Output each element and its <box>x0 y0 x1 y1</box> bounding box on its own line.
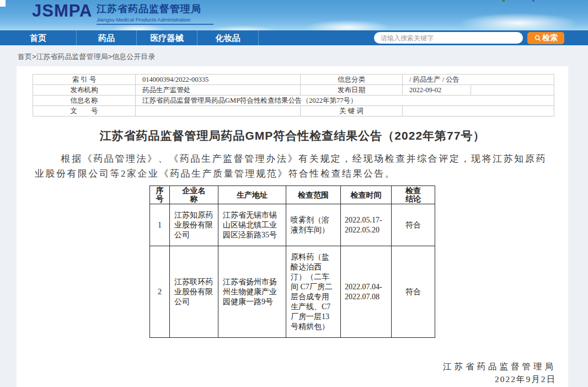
agency-name-cn: 江苏省药品监督管理局 <box>97 2 213 15</box>
search-icon <box>534 34 542 42</box>
meta-agency-label: 发布机构 <box>33 85 136 96</box>
meta-keyword-label: 关 键 词 <box>301 106 403 116</box>
col-header-company: 企业名 称 <box>170 186 218 204</box>
table-row: 1 江苏知原药业股份有限公司 江苏省无锡市锡山区锡北镇工业园区泾新路35号 喷雾… <box>150 204 435 246</box>
row1-conclusion: 符合 <box>392 204 435 246</box>
signature-date: 2022年9月2日 <box>443 373 556 385</box>
meta-docnum-value <box>136 106 301 116</box>
col-header-conclusion: 检查 结论 <box>392 186 435 204</box>
table-row: 2 江苏联环药业股份有限公司 江苏省扬州市扬州生物健康产业园健康一路9号 原料药… <box>150 246 435 338</box>
agency-title-underline <box>97 24 213 25</box>
meta-date-value: 2022-09-02 <box>403 85 471 96</box>
meta-index-label: 索 引 号 <box>33 75 136 85</box>
row2-conclusion: 符合 <box>392 246 435 338</box>
meta-name-label: 信息名称 <box>33 96 136 106</box>
row2-scope: 原料药（盐酸达泊西汀）（二车间 C7厂房二层合成专用生产线、C7厂房一层13号精… <box>286 246 341 338</box>
row2-company: 江苏联环药业股份有限公司 <box>170 246 218 338</box>
content-panel: 索 引 号 014000394/2022-00335 信息分类 / 药品生产 /… <box>17 66 568 387</box>
search-button-label: 检索 <box>542 33 558 43</box>
agency-name-en: Jiangsu Medical Products Administration <box>97 17 213 23</box>
header-sky-banner: JSMPA 江苏省药品监督管理局 Jiangsu Medical Product… <box>0 0 588 30</box>
col-header-no: 序 号 <box>150 186 170 204</box>
nav-item-cosmetics[interactable]: 化妆品 <box>197 30 259 45</box>
article-body: 根据《药品管理法》、《药品生产监督管理办法》有关规定，经现场检查并综合评定，现将… <box>35 151 547 181</box>
meta-row-agency-date: 发布机构 药品生产监管处 发布日期 2022-09-02 <box>33 85 554 96</box>
meta-row-name: 信息名称 江苏省药品监督管理局药品GMP符合性检查结果公告（2022年第77号） <box>33 96 554 106</box>
article-title: 江苏省药品监督管理局药品GMP符合性检查结果公告（2022年第77号） <box>17 128 568 144</box>
nav-item-medical-devices[interactable]: 医疗器械 <box>137 30 197 45</box>
col-header-time: 检查时间 <box>341 186 392 204</box>
row1-address: 江苏省无锡市锡山区锡北镇工业园区泾新路35号 <box>218 204 286 246</box>
meta-index-value: 014000394/2022-00335 <box>136 75 301 85</box>
meta-date-extra-cell <box>471 85 554 96</box>
agency-title-block: 江苏省药品监督管理局 Jiangsu Medical Products Admi… <box>97 2 213 25</box>
nav-item-drugs[interactable]: 药品 <box>77 30 137 45</box>
meta-agency-value: 药品生产监管处 <box>136 85 301 96</box>
row1-no: 1 <box>150 204 170 246</box>
row2-address: 江苏省扬州市扬州生物健康产业园健康一路9号 <box>218 246 286 338</box>
breadcrumb[interactable]: 首页>江苏省药品监督管理局>信息公开目录 <box>18 52 155 62</box>
search-input[interactable] <box>374 32 523 44</box>
row2-time: 2022.07.04- 2022.07.08 <box>341 246 392 338</box>
row2-no: 2 <box>150 246 170 338</box>
col-header-address: 生产地址 <box>218 186 286 204</box>
nav-item-home[interactable]: 首页 <box>0 30 77 45</box>
row1-time: 2022.05.17- 2022.05.20 <box>341 204 392 246</box>
inspection-results-table: 序 号 企业名 称 生产地址 检查范围 检查时间 检查 结论 1 江苏知原药业股… <box>149 185 435 338</box>
tiny-blue-artifact <box>532 0 534 2</box>
tiny-green-artifact <box>503 0 505 2</box>
signature-block: 江苏省药品监督管理局 2022年9月2日 <box>443 360 556 385</box>
meta-category-value: / 药品生产 / 公告 <box>403 75 554 85</box>
row1-company: 江苏知原药业股份有限公司 <box>170 204 218 246</box>
meta-category-label: 信息分类 <box>301 75 403 85</box>
search-button[interactable]: 检索 <box>527 32 564 44</box>
row1-scope: 喷雾剂（溶液剂车间） <box>286 204 341 246</box>
meta-keyword-value <box>403 106 554 116</box>
meta-row-docnum-keyword: 文 号 关 键 词 <box>33 106 554 116</box>
meta-docnum-label: 文 号 <box>33 106 136 116</box>
document-meta-table: 索 引 号 014000394/2022-00335 信息分类 / 药品生产 /… <box>33 74 554 116</box>
meta-row-index-category: 索 引 号 014000394/2022-00335 信息分类 / 药品生产 /… <box>33 75 554 85</box>
corner-artifact <box>0 0 6 7</box>
jsmpa-logo: JSMPA <box>32 1 93 21</box>
signature-org: 江苏省药品监督管理局 <box>443 360 556 373</box>
results-header-row: 序 号 企业名 称 生产地址 检查范围 检查时间 检查 结论 <box>150 186 435 204</box>
meta-name-value: 江苏省药品监督管理局药品GMP符合性检查结果公告（2022年第77号） <box>136 96 554 106</box>
meta-date-label: 发布日期 <box>301 85 403 96</box>
col-header-scope: 检查范围 <box>286 186 341 204</box>
